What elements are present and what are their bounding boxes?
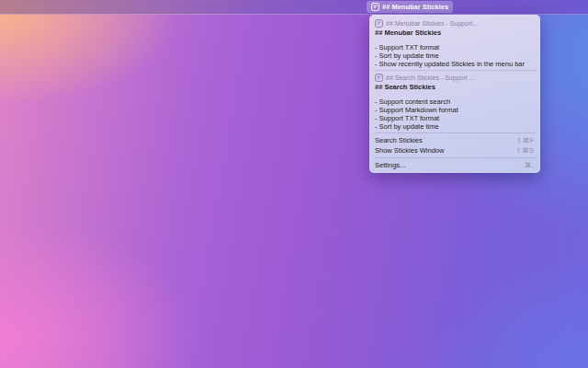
note-content-line: - Support TXT format: [369, 114, 540, 122]
note-content-line: - Support content search: [369, 98, 540, 106]
note-menu-item-search-stickies[interactable]: ## Search Stickies - Support ... ## Sear…: [369, 73, 540, 131]
stickies-dropdown-menu: ## Menubar Stickies - Support... ## Menu…: [369, 15, 540, 173]
menu-separator: [374, 70, 536, 71]
menu-item-settings[interactable]: Settings... ⌘,: [369, 160, 540, 170]
note-content-line: - Sort by update time: [369, 52, 540, 60]
menubar-status-item[interactable]: ## Menubar Stickies: [367, 1, 453, 13]
keyboard-shortcut: ⇧⌘S: [515, 147, 535, 155]
note-content-line: - Support Markdown format: [369, 106, 540, 114]
note-header-text: ## Menubar Stickies - Support...: [386, 20, 478, 27]
note-title: ## Search Stickies: [369, 82, 540, 91]
note-menu-item-menubar-stickies[interactable]: ## Menubar Stickies - Support... ## Menu…: [369, 18, 540, 68]
menu-separator: [374, 132, 536, 133]
menu-item-label: Search Stickies: [375, 136, 423, 144]
note-header: ## Search Stickies - Support ...: [369, 73, 540, 82]
note-content-line: - Show recently updated Stickies in the …: [369, 60, 540, 68]
note-header-text: ## Search Stickies - Support ...: [386, 75, 475, 81]
note-text-icon: [371, 3, 379, 11]
note-header: ## Menubar Stickies - Support...: [369, 18, 540, 28]
note-title: ## Menubar Stickies: [369, 28, 540, 37]
note-blank-line: [369, 91, 540, 98]
desktop-wallpaper: ## Menubar Stickies ## Menubar Stickies …: [0, 0, 588, 368]
note-text-icon: [375, 19, 383, 28]
note-content-line: - Support TXT format: [369, 43, 540, 52]
menu-item-search-stickies[interactable]: Search Stickies ⇧⌘F: [369, 135, 540, 145]
menu-bar: ## Menubar Stickies: [0, 0, 588, 15]
menu-item-label: Settings...: [375, 161, 405, 169]
menu-item-label: Show Stickies Window: [375, 146, 444, 155]
menu-separator: [374, 157, 536, 158]
note-blank-line: [369, 37, 540, 43]
menubar-status-label: ## Menubar Stickies: [382, 3, 448, 11]
note-text-icon: [375, 74, 383, 82]
menu-item-show-stickies-window[interactable]: Show Stickies Window ⇧⌘S: [369, 145, 540, 155]
keyboard-shortcut: ⌘,: [525, 162, 535, 169]
keyboard-shortcut: ⇧⌘F: [516, 137, 535, 144]
note-content-line: - Sort by update time: [369, 122, 540, 131]
